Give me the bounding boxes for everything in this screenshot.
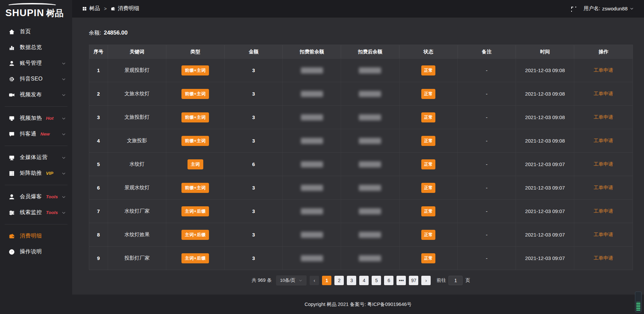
- sidebar-item-media-operation[interactable]: 全媒体运营: [0, 150, 72, 165]
- keyword-cell: 水纹灯效果: [108, 223, 166, 246]
- chevron-down-icon: [61, 171, 66, 176]
- work-order-link[interactable]: 工单申请: [594, 91, 613, 97]
- sidebar-item-member-baoke[interactable]: 会员爆客Tools: [0, 189, 72, 205]
- page-size-select[interactable]: 10条/页: [276, 275, 307, 285]
- sidebar-item-data-overview[interactable]: 数据总览: [0, 40, 72, 55]
- page-button-1[interactable]: 1: [322, 276, 331, 285]
- redacted-balance-after: [359, 208, 381, 214]
- app-logo[interactable]: SHUPIN 树品: [0, 0, 72, 20]
- work-order-link[interactable]: 工单申请: [594, 231, 613, 238]
- type-badge: 主词: [187, 159, 203, 169]
- goto-page-input[interactable]: [448, 276, 463, 285]
- sidebar-menu: 首页数据总览账号管理抖音SEO视频发布视频加热Hot抖客通New全媒体运营矩阵助…: [0, 20, 72, 260]
- question-icon: [9, 249, 15, 255]
- sidebar-divider: [5, 106, 67, 107]
- type-badge: 前缀+主词: [181, 183, 209, 193]
- breadcrumb-item-root[interactable]: 树品: [82, 5, 100, 12]
- remark-cell: -: [458, 82, 516, 105]
- page-button-5[interactable]: 5: [372, 276, 381, 285]
- logo-text-cn: 树品: [46, 7, 64, 19]
- row-number-cell: 2: [89, 82, 108, 105]
- redacted-balance-before: [301, 161, 323, 167]
- type-badge: 前缀+主词: [181, 136, 209, 146]
- performance-gauge-widget: [635, 292, 642, 312]
- sidebar-item-account-management[interactable]: 账号管理: [0, 55, 72, 71]
- sidebar-item-douketong[interactable]: 抖客通New: [0, 126, 72, 142]
- page-button-4[interactable]: 4: [359, 276, 369, 285]
- user-menu[interactable]: 用户名: zswodun88: [584, 5, 634, 12]
- prev-page-button[interactable]: ‹: [310, 276, 319, 285]
- sidebar-item-consumption-detail[interactable]: 消费明细: [0, 228, 72, 244]
- status-badge: 正常: [421, 65, 435, 75]
- status-badge: 正常: [421, 230, 435, 240]
- sidebar-item-label: 操作说明: [20, 248, 42, 255]
- menu-tag: VIP: [46, 171, 53, 176]
- work-order-link[interactable]: 工单申请: [594, 185, 613, 191]
- page-button-3[interactable]: 3: [347, 276, 356, 285]
- more-pages-button[interactable]: •••: [396, 276, 406, 285]
- sidebar-item-home[interactable]: 首页: [0, 24, 72, 40]
- chevron-down-icon: [299, 278, 303, 282]
- sidebar-item-operation-guide[interactable]: 操作说明: [0, 244, 72, 260]
- action-cell: 工单申请: [574, 247, 633, 270]
- remark-cell: -: [458, 153, 516, 176]
- type-badge: 主词+后缀: [181, 253, 209, 263]
- page-button-6[interactable]: 6: [384, 276, 393, 285]
- row-number-cell: 7: [89, 200, 108, 223]
- balance-after-cell: [341, 129, 399, 152]
- work-order-link[interactable]: 工单申请: [594, 114, 613, 120]
- topbar: 树品 > 消费明细 用户名: zswodun88: [72, 0, 644, 17]
- page-button-97[interactable]: 97: [409, 276, 418, 285]
- chevron-down-icon: [61, 93, 66, 97]
- sidebar-item-video-publish[interactable]: 视频发布: [0, 87, 72, 103]
- sidebar-divider: [5, 185, 67, 185]
- redacted-balance-before: [301, 114, 323, 120]
- remark-cell: -: [458, 200, 516, 223]
- column-header: 序号: [89, 45, 108, 58]
- sidebar-item-douyin-seo[interactable]: 抖音SEO: [0, 71, 72, 87]
- amount-cell: 3: [225, 106, 283, 129]
- logo-text-en: SHUPIN: [5, 7, 44, 18]
- wallet-icon: [111, 6, 115, 11]
- breadcrumb-item-current[interactable]: 消费明细: [111, 5, 139, 12]
- table-row: 9投影灯厂家主词+后缀3正常-2021-12-03 09:07工单申请: [89, 246, 633, 270]
- status-cell: 正常: [399, 223, 458, 246]
- page-button-2[interactable]: 2: [334, 276, 344, 285]
- status-badge: 正常: [421, 136, 435, 146]
- type-cell: 前缀+主词: [166, 106, 225, 129]
- type-cell: 前缀+主词: [166, 82, 225, 105]
- balance-after-cell: [341, 153, 399, 176]
- row-number-cell: 3: [89, 106, 108, 129]
- table-row: 7水纹灯厂家主词+后缀3正常-2021-12-03 09:07工单申请: [89, 199, 633, 223]
- status-cell: 正常: [399, 82, 458, 105]
- amount-cell: 3: [225, 82, 283, 105]
- wallet-icon: [9, 233, 15, 239]
- keyword-cell: 文旅投影灯: [108, 106, 166, 129]
- sidebar-item-video-heating[interactable]: 视频加热Hot: [0, 110, 72, 126]
- redacted-balance-after: [359, 255, 381, 261]
- work-order-link[interactable]: 工单申请: [594, 67, 613, 73]
- keyword-cell: 景观水纹灯: [108, 176, 166, 199]
- column-header: 关键词: [108, 45, 166, 58]
- table-row: 5水纹灯主词6正常-2021-12-03 09:07工单申请: [89, 152, 633, 176]
- sidebar-item-clue-monitor[interactable]: 线索监控Tools: [0, 205, 72, 220]
- work-order-link[interactable]: 工单申请: [594, 208, 613, 214]
- amount-cell: 3: [225, 200, 283, 223]
- work-order-link[interactable]: 工单申请: [594, 161, 613, 167]
- column-header: 时间: [516, 45, 574, 58]
- time-cell: 2021-12-03 09:07: [516, 153, 574, 176]
- action-cell: 工单申请: [574, 59, 633, 82]
- type-badge: 主词+后缀: [181, 230, 209, 240]
- type-badge: 前缀+主词: [181, 112, 209, 122]
- redacted-balance-after: [359, 114, 381, 120]
- work-order-link[interactable]: 工单申请: [594, 138, 613, 144]
- work-order-link[interactable]: 工单申请: [594, 255, 613, 261]
- type-cell: 前缀+主词: [166, 59, 225, 82]
- sidebar-item-matrix-boost[interactable]: 矩阵助推VIP: [0, 165, 72, 181]
- time-cell: 2021-12-03 09:08: [516, 82, 574, 105]
- balance-after-cell: [341, 223, 399, 246]
- action-cell: 工单申请: [574, 82, 633, 105]
- fullscreen-icon[interactable]: [570, 6, 576, 12]
- grid-icon: [9, 170, 15, 176]
- next-page-button[interactable]: ›: [421, 276, 431, 285]
